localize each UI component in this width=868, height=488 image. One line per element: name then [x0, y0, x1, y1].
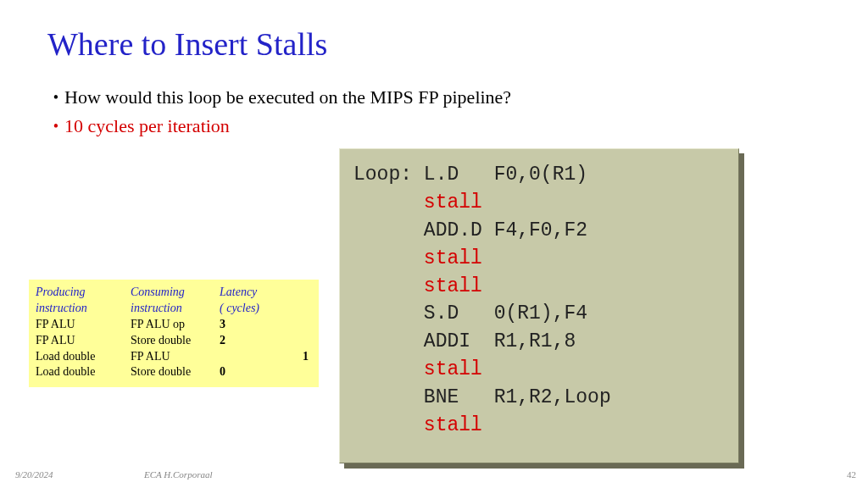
bullet-list: • How would this loop be executed on the…	[47, 85, 821, 138]
slide: Where to Insert Stalls • How would this …	[0, 0, 868, 488]
td-latency: 2	[220, 333, 270, 349]
table-header-row: Producing Consuming Latency	[36, 285, 312, 301]
footer-source: ECA H.Corporaal	[144, 469, 212, 480]
code-line: stall	[353, 412, 725, 440]
bullet-item: • How would this loop be executed on the…	[47, 85, 821, 110]
td-producing: Load double	[36, 349, 131, 365]
bullet-item: • 10 cycles per iteration	[47, 114, 821, 139]
footer-page: 42	[847, 469, 856, 480]
bullet-dot: •	[47, 85, 64, 108]
latency-table: Producing Consuming Latency instruction …	[29, 280, 319, 387]
th-consuming2: instruction	[131, 301, 220, 317]
code-line: stall	[353, 189, 725, 217]
td-latency: 3	[220, 317, 270, 333]
th-latency: Latency	[220, 285, 270, 301]
bullet-text: How would this loop be executed on the M…	[64, 85, 511, 110]
table-header-row: instruction instruction ( cycles)	[36, 301, 312, 317]
code-line: S.D 0(R1),F4	[353, 300, 725, 328]
code-body: Loop: L.D F0,0(R1) stall ADD.D F4,F0,F2 …	[339, 148, 739, 463]
td-producing: FP ALU	[36, 317, 131, 333]
td-consuming: Store double	[131, 333, 220, 349]
code-block: Loop: L.D F0,0(R1) stall ADD.D F4,F0,F2 …	[339, 148, 739, 463]
code-line: Loop: L.D F0,0(R1)	[353, 161, 725, 189]
footer: 9/20/2024 ECA H.Corporaal 42	[0, 469, 868, 483]
td-consuming: FP ALU	[131, 349, 220, 365]
code-line: ADDI R1,R1,8	[353, 328, 725, 356]
code-line: stall	[353, 273, 725, 301]
footer-date: 9/20/2024	[15, 469, 53, 480]
code-line: BNE R1,R2,Loop	[353, 384, 725, 412]
code-line: stall	[353, 356, 725, 384]
code-line: ADD.D F4,F0,F2	[353, 217, 725, 245]
th-producing2: instruction	[36, 301, 131, 317]
th-latency2: ( cycles)	[220, 301, 270, 317]
bullet-dot: •	[47, 114, 64, 136]
th-producing: Producing	[36, 285, 131, 301]
td-consuming: Store double	[131, 364, 220, 380]
td-producing: Load double	[36, 364, 131, 380]
td-consuming: FP ALU op	[131, 317, 220, 333]
code-line: stall	[353, 245, 725, 273]
table-row: FP ALU FP ALU op 3	[36, 317, 312, 333]
td-latency: 1	[220, 349, 312, 365]
bullet-text: 10 cycles per iteration	[64, 114, 230, 139]
th-consuming: Consuming	[131, 285, 220, 301]
slide-title: Where to Insert Stalls	[47, 25, 821, 63]
table-row: FP ALU Store double 2	[36, 333, 312, 349]
table-row: Load double FP ALU 1	[36, 349, 312, 365]
td-producing: FP ALU	[36, 333, 131, 349]
td-latency: 0	[220, 364, 270, 380]
table-row: Load double Store double 0	[36, 364, 312, 380]
